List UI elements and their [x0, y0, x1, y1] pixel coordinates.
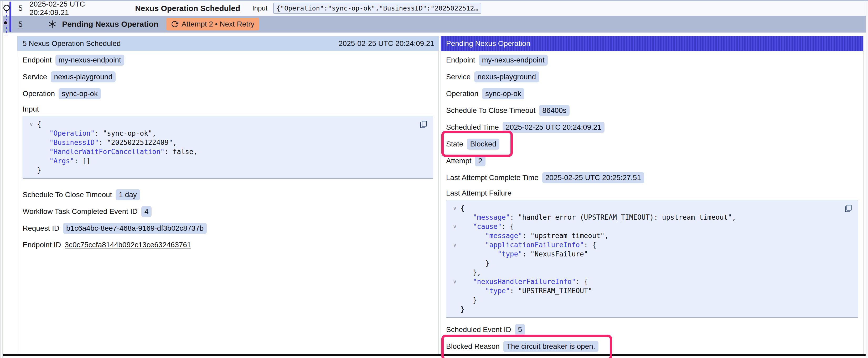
field-label: Workflow Task Completed Event ID: [23, 207, 138, 216]
field-label: Service: [23, 73, 47, 81]
field-label: Schedule To Close Timeout: [23, 191, 112, 199]
event-id-link[interactable]: 5: [19, 4, 23, 12]
json-line: "cause": {: [461, 222, 514, 231]
json-line: },: [461, 268, 481, 277]
event-list: 5 2025-02-25 UTC 20:24:09.21 Nexus Opera…: [3, 1, 866, 33]
json-line: {: [37, 120, 41, 129]
input-json-viewer: ∨{ "Operation": "sync-op-ok", "BusinessI…: [23, 116, 433, 179]
json-line: }: [461, 259, 490, 268]
copy-icon[interactable]: [419, 120, 428, 129]
field-label: State: [446, 140, 463, 148]
json-line: "message": "handler error (UPSTREAM_TIME…: [461, 213, 736, 222]
json-line: "applicationFailureInfo": {: [461, 240, 596, 250]
json-line: "BusinessID": "20250225122409",: [37, 138, 177, 147]
json-gutter: [449, 259, 461, 268]
input-section-label: Input: [23, 105, 433, 113]
operation-value-badge: sync-op-ok: [482, 88, 524, 99]
collapse-chevron-icon[interactable]: ∨: [449, 222, 461, 231]
collapse-chevron-icon[interactable]: ∨: [449, 240, 461, 250]
field-row-schedule-to-close-timeout: Schedule To Close Timeout 86400s: [446, 105, 858, 116]
copy-icon[interactable]: [843, 204, 853, 214]
field-row-workflow-task-completed-event-id: Workflow Task Completed Event ID 4: [23, 206, 433, 217]
temporal-event-history-screen: 5 2025-02-25 UTC 20:24:09.21 Nexus Opera…: [0, 0, 868, 358]
field-row-schedule-to-close-timeout: Schedule To Close Timeout 1 day: [23, 189, 433, 200]
field-row-request-id: Request ID b1c6a4bc-8ee7-468a-9169-df3b0…: [23, 223, 433, 234]
field-row-operation: Operation sync-op-ok: [446, 88, 858, 99]
timeline-open-circle-icon[interactable]: [3, 5, 10, 11]
event-row-nexus-operation-scheduled[interactable]: 5 2025-02-25 UTC 20:24:09.21 Nexus Opera…: [3, 1, 866, 16]
attempt-retry-label: Attempt 2 • Next Retry: [182, 20, 254, 28]
field-label: Endpoint: [446, 56, 475, 64]
event-title: Nexus Operation Scheduled: [135, 4, 240, 13]
scrollbar-track-border: [866, 0, 866, 358]
left-panel-timestamp: 2025-02-25 UTC 20:24:09.21: [339, 39, 434, 48]
bottom-separator: [3, 354, 866, 356]
last-attempt-failure-label: Last Attempt Failure: [446, 189, 858, 197]
json-line: "HandlerWaitForCancellation": false,: [37, 147, 197, 156]
endpoint-value-badge: my-nexus-endpoint: [479, 55, 548, 66]
field-label: Blocked Reason: [446, 342, 500, 351]
json-line: {: [461, 204, 465, 213]
json-line: }: [37, 166, 41, 175]
pending-asterisk-icon: [48, 20, 57, 29]
json-line: }: [461, 305, 465, 314]
event-id-value-badge: 4: [141, 206, 152, 217]
field-row-scheduled-event-id: Scheduled Event ID 5: [446, 324, 858, 335]
left-panel-body: Endpoint my-nexus-endpoint Service nexus…: [17, 51, 438, 250]
scrollbar-track[interactable]: [866, 0, 868, 358]
timeline-filled-circle-icon[interactable]: [3, 20, 8, 26]
field-row-blocked-reason: Blocked Reason The circuit breaker is op…: [446, 341, 858, 352]
field-row-operation: Operation sync-op-ok: [23, 88, 433, 99]
attempt-retry-badge: Attempt 2 • Next Retry: [166, 18, 259, 30]
json-gutter: [26, 147, 37, 156]
event-input-label: Input: [252, 4, 268, 12]
json-gutter: [449, 213, 461, 222]
timeout-value-badge: 86400s: [539, 105, 569, 116]
state-value-badge: Blocked: [467, 138, 499, 150]
endpoint-id-link[interactable]: 3c0c75ccfa8144b092c13ce632463761: [65, 241, 191, 249]
scheduled-event-id-value-badge: 5: [515, 324, 525, 335]
json-gutter: [449, 250, 461, 259]
right-panel-body: Endpoint my-nexus-endpoint Service nexus…: [441, 51, 863, 352]
window-top-border: [0, 0, 868, 1]
field-label: Scheduled Event ID: [446, 325, 511, 334]
retry-icon: [171, 21, 178, 28]
collapse-chevron-icon[interactable]: ∨: [449, 277, 461, 286]
field-row-service: Service nexus-playground: [446, 71, 858, 83]
collapse-chevron-icon[interactable]: ∨: [449, 204, 461, 213]
json-line: "type": "UPSTREAM_TIMEOUT": [461, 286, 592, 296]
json-gutter: [26, 129, 37, 138]
json-gutter: [449, 296, 461, 305]
field-row-last-attempt-complete-time: Last Attempt Complete Time 2025-02-25 UT…: [446, 172, 858, 183]
timeout-value-badge: 1 day: [116, 189, 140, 200]
json-gutter: [449, 268, 461, 277]
scheduled-time-value-badge: 2025-02-25 UTC 20:24:09.21: [502, 122, 604, 133]
field-row-state: State Blocked: [446, 138, 858, 150]
event-input-preview-chip[interactable]: {"Operation":"sync-op-ok","BusinessID":"…: [273, 3, 481, 14]
field-label: Endpoint: [23, 56, 52, 64]
field-label: Schedule To Close Timeout: [446, 106, 535, 115]
field-row-endpoint: Endpoint my-nexus-endpoint: [23, 55, 433, 66]
pending-event-id-link[interactable]: 5: [19, 20, 23, 29]
field-row-service: Service nexus-playground: [23, 71, 433, 83]
field-label: Endpoint ID: [23, 241, 61, 249]
timeline-active-bar: [9, 2, 11, 32]
service-value-badge: nexus-playground: [474, 71, 539, 83]
field-label: Last Attempt Complete Time: [446, 173, 538, 182]
json-line: }: [461, 296, 477, 305]
json-gutter: [449, 231, 461, 240]
event-row-pending-nexus-operation[interactable]: 5 Pending Nexus Operation Attempt 2 • Ne…: [3, 16, 866, 33]
request-id-value-badge: b1c6a4bc-8ee7-468a-9169-df3b02c8737b: [63, 223, 207, 234]
failure-json-viewer: ∨{ "message": "handler error (UPSTREAM_T…: [446, 200, 858, 318]
left-panel-title: 5 Nexus Operation Scheduled: [23, 39, 121, 48]
collapse-chevron-icon[interactable]: ∨: [26, 120, 37, 129]
left-edge-border: [0, 0, 1, 358]
last-attempt-time-value-badge: 2025-02-25 UTC 20:25:27.51: [542, 172, 644, 183]
json-gutter: [26, 138, 37, 147]
service-value-badge: nexus-playground: [51, 71, 116, 83]
json-line: "type": "NexusFailure": [461, 250, 588, 259]
json-line: "Operation": "sync-op-ok",: [37, 129, 156, 138]
pending-nexus-operation-panel: Pending Nexus Operation Endpoint my-nexu…: [440, 36, 864, 354]
json-line: "message": "upstream timeout",: [461, 231, 609, 240]
json-gutter: [449, 286, 461, 296]
